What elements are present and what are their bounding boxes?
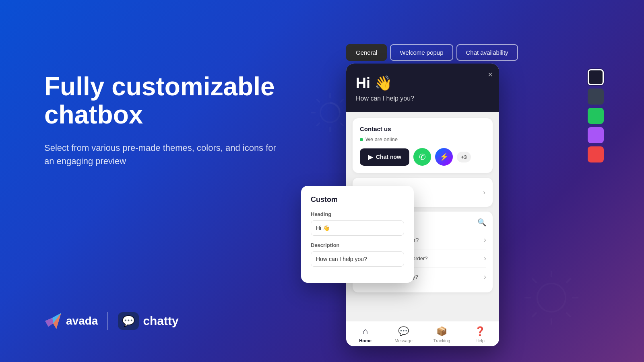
online-status: We are online (360, 136, 485, 142)
hero-section: Fully customizable chatbox Select from v… (44, 72, 278, 168)
tab-welcome-popup[interactable]: Welcome popup (390, 44, 453, 61)
chat-nav: ⌂ Home 💬 Message 📦 Tracking ❓ Help (346, 321, 499, 346)
description-label: Description (311, 242, 404, 248)
svg-point-1 (537, 284, 566, 312)
help-icon: ❓ (475, 326, 485, 337)
online-text: We are online (365, 136, 398, 142)
description-input[interactable] (311, 251, 404, 267)
nav-help[interactable]: ❓ Help (461, 326, 499, 343)
color-swatches (588, 69, 604, 162)
heading-input[interactable] (311, 220, 404, 236)
chatty-logo: chatty (118, 312, 178, 330)
tab-bar: General Welcome popup Chat availability (346, 44, 518, 61)
contact-actions: ▶ Chat now ✆ ⚡ +3 (360, 148, 485, 166)
plus-badge: +3 (457, 152, 471, 162)
chat-header: × Hi 👋 How can I help you? (346, 64, 499, 112)
chatty-text: chatty (143, 314, 178, 328)
messenger-button[interactable]: ⚡ (435, 148, 453, 166)
swatch-green[interactable] (588, 108, 604, 124)
message-icon: 💬 (398, 326, 409, 337)
whatsapp-icon: ✆ (419, 152, 426, 162)
nav-tracking-label: Tracking (433, 338, 450, 343)
avada-text: avada (66, 315, 98, 327)
logo-divider (107, 312, 108, 330)
home-icon: ⌂ (363, 326, 368, 337)
svg-marker-4 (45, 318, 53, 327)
chat-close-button[interactable]: × (488, 70, 493, 79)
chat-subgreeting: How can I help you? (356, 95, 489, 102)
nav-home[interactable]: ⌂ Home (346, 326, 384, 343)
chat-now-label: Chat now (376, 154, 401, 160)
tracking-icon: 📦 (436, 326, 447, 337)
hero-subtitle: Select from various pre-made themes, col… (44, 141, 278, 168)
swatch-red[interactable] (588, 146, 604, 162)
tab-chat-availability[interactable]: Chat availability (456, 44, 518, 61)
nav-message-label: Message (394, 338, 413, 343)
heading-label: Heading (311, 211, 404, 217)
avada-icon (44, 312, 62, 330)
contact-card: Contact us We are online ▶ Chat now ✆ ⚡ … (353, 118, 493, 173)
nav-help-label: Help (475, 338, 485, 343)
hero-title: Fully customizable chatbox (44, 72, 278, 129)
nav-home-label: Home (359, 338, 372, 343)
send-icon: ▶ (368, 153, 373, 161)
swatch-gray[interactable] (588, 88, 604, 105)
tab-general[interactable]: General (346, 44, 387, 61)
faq-chevron-3: › (484, 273, 486, 281)
online-indicator (360, 138, 363, 141)
custom-popup: Custom Heading Description (301, 186, 414, 283)
nav-message[interactable]: 💬 Message (384, 326, 423, 343)
messenger-icon: ⚡ (440, 152, 448, 161)
faq-chevron-2: › (484, 254, 486, 263)
whatsapp-button[interactable]: ✆ (413, 148, 431, 166)
chevron-right-icon: › (483, 188, 485, 197)
logo-area: avada chatty (44, 312, 179, 330)
swatch-dark[interactable] (588, 69, 604, 85)
nav-tracking[interactable]: 📦 Tracking (423, 326, 461, 343)
chat-greeting: Hi 👋 (356, 75, 489, 92)
popup-title: Custom (311, 195, 404, 204)
chatty-icon (118, 312, 139, 330)
search-icon[interactable]: 🔍 (477, 218, 486, 227)
swatch-purple[interactable] (588, 127, 604, 143)
chat-now-button[interactable]: ▶ Chat now (360, 148, 409, 166)
faq-chevron-1: › (484, 236, 486, 244)
contact-card-title: Contact us (360, 125, 485, 132)
avada-logo: avada (44, 312, 98, 330)
